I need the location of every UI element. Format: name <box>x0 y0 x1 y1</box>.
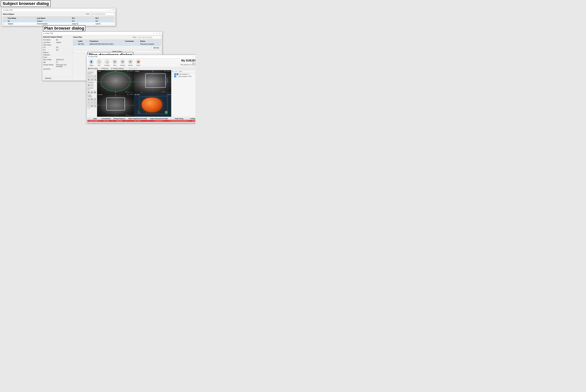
table-row[interactable]: 1 My Plan ANNULAR-R64-D64-E8 (k-Plan) Pl… <box>73 43 161 46</box>
subject-tool-button[interactable]: 👤 Subject <box>88 58 95 67</box>
refresh-tool-button[interactable]: 🖥 Refresh <box>119 58 126 67</box>
coronal-expand-icon[interactable]: ⊞ <box>131 94 132 95</box>
sagittal-zoom-icon[interactable]: ⊕ <box>164 70 165 72</box>
coronal-close-icon[interactable]: ✕ <box>133 94 134 95</box>
minimize-button[interactable]: ─ <box>106 9 108 11</box>
table-row[interactable]: 1 My Subject ID1 ID2 <box>3 20 114 22</box>
telephone-value <box>56 54 71 56</box>
layer-num-2: 2 <box>172 76 174 77</box>
results-tool-button[interactable]: 🖥 Results <box>127 58 134 67</box>
trans-tool-2[interactable]: ↔ <box>90 75 93 78</box>
disp-tool-2[interactable]: ⚙ <box>90 98 93 101</box>
email-value <box>56 56 71 58</box>
plan-maximize-button[interactable]: □ <box>156 32 158 34</box>
dev-maximize-button[interactable]: □ <box>194 56 195 58</box>
coronal-pencil-icon[interactable]: ✏ <box>129 94 130 95</box>
sagittal-expand-icon[interactable]: ⊞ <box>169 70 170 72</box>
other-name-value <box>56 44 71 46</box>
last-name-cell: Demonstration <box>36 22 71 25</box>
maximize-button[interactable]: □ <box>109 9 111 11</box>
plan-minimize-button[interactable]: ─ <box>153 32 155 34</box>
trans-tool-3[interactable]: ↗ <box>94 75 96 78</box>
layer-1-2d-checkbox[interactable]: On <box>174 73 176 75</box>
gender-label: Gender Identity <box>43 64 55 68</box>
son-pulse-cell: 3x Pulse Timing Parameters <box>169 120 189 122</box>
layer-2-2d-checkbox[interactable]: On <box>174 76 176 77</box>
planning-button[interactable]: ✏ Planning <box>100 68 109 70</box>
subject-browser-dialog: ● k-Plan TPM ─ □ ✕ Select Subject Filter… <box>2 8 116 26</box>
export-tool-button[interactable]: 📤 Export <box>135 58 142 67</box>
subject-details-title: Selected Subject Details <box>43 36 71 38</box>
evaluate-tool-label: Evaluate <box>104 64 110 66</box>
axial-settings-icon[interactable]: ▼ <box>130 70 131 72</box>
plan-col-comments: Comments <box>124 40 139 43</box>
sagittal-label-a: A <box>141 92 142 93</box>
table-row[interactable]: 2 Subject Demonstration study-01 sub-01 <box>3 22 114 25</box>
trans-tool-5[interactable]: ↺ <box>90 78 93 81</box>
axial-close-icon[interactable]: ✕ <box>133 70 134 72</box>
disp-tool-3[interactable]: ⊙ <box>94 98 96 101</box>
3d-settings-icon[interactable]: ⊞ <box>169 94 170 95</box>
disp-tool-1[interactable]: ✛ <box>87 98 90 101</box>
telephone-label: Telephone <box>43 54 55 56</box>
planning-icon: ✏ <box>101 68 102 70</box>
layer-1-3d-checkbox[interactable]: On <box>176 73 178 75</box>
3d-viewport[interactable]: 3D View ⊕ ⊞ ✕ <box>134 94 171 117</box>
close-button[interactable]: ✕ <box>112 9 114 11</box>
plan-tool-button[interactable]: 📋 Plan <box>95 58 103 67</box>
axial-zoom-icon[interactable]: ⊕ <box>127 70 128 72</box>
plan-close-button[interactable]: ✕ <box>159 32 161 34</box>
sagittal-settings-icon[interactable]: ▼ <box>167 70 168 72</box>
subject-table-header: First Name Last Name ID 1 ID 2 <box>3 17 114 20</box>
3d-close-icon[interactable]: ✕ <box>170 94 171 95</box>
disp-tool-8[interactable]: ⊕ <box>90 104 93 108</box>
disp-tool-7[interactable]: ⟋ <box>87 104 90 108</box>
evaluate-tool-icon: 📊 <box>105 59 109 64</box>
plan-filter-input[interactable] <box>137 36 161 38</box>
plan-developer-dialog: ● k-Plan TPM ─ □ ✕ 👤 Subject 📋 Plan 📊 Ev… <box>87 55 195 123</box>
trans-tool-1[interactable]: ↕ <box>87 75 90 78</box>
sagittal-pencil-icon[interactable]: ✏ <box>166 70 167 72</box>
sonication-table-area: Label Focal Distance Driving Frequency T… <box>87 117 195 123</box>
trans-tool-6[interactable]: ⟲ <box>94 78 96 81</box>
sim-tool-3[interactable]: ⊠ <box>94 91 96 94</box>
coronal-zoom-icon[interactable]: ⊕ <box>127 94 128 95</box>
disp-tool-5[interactable]: ~ <box>90 101 93 104</box>
abort-tool-button[interactable]: 🖥 Abort <box>111 58 119 67</box>
son-tool-1[interactable]: ⚙ <box>87 84 90 87</box>
dev-app-logo-icon: ● <box>88 56 89 58</box>
disp-tool-4[interactable]: / <box>87 101 90 104</box>
dev-main-toolbar: 👤 Subject 📋 Plan 📊 Evaluate 🖥 Abort 🖥 Re… <box>87 58 195 67</box>
son-freq-cell: 250.0 kHz <box>112 120 127 122</box>
row-num: 1 <box>3 20 7 22</box>
3d-zoom-icon[interactable]: ⊕ <box>167 94 168 95</box>
plan-add-new-button[interactable]: Add New <box>151 46 161 49</box>
evaluate-tool-button[interactable]: 📊 Evaluate <box>103 58 111 67</box>
axial-expand-icon[interactable]: ⊞ <box>131 70 132 72</box>
transducer-tools-row-2: ⊕ ↺ ⟲ <box>87 78 96 81</box>
view-report-button[interactable]: 📄 View Report <box>126 68 138 70</box>
sagittal-close-icon[interactable]: ✕ <box>170 70 171 72</box>
sim-tool-2[interactable]: ⊟ <box>90 91 93 94</box>
change-settings-button[interactable]: ⚙ Change Settings <box>110 68 125 70</box>
coronal-settings-icon[interactable]: ▼ <box>130 94 131 95</box>
add-images-button[interactable]: 🖼 Add Images <box>88 68 99 70</box>
plan-col-label: Label <box>77 40 88 43</box>
layers-col-2d: 2D <box>172 71 175 72</box>
sim-tool-1[interactable]: ⊞ <box>87 91 90 94</box>
disp-tool-9[interactable]: ⊙ <box>94 104 96 108</box>
subject-add-new-button[interactable]: Add New <box>43 77 53 80</box>
plan-filter-label: Filter: <box>133 36 137 38</box>
subject-filter-input[interactable] <box>90 13 114 15</box>
layer-2-3d-checkbox[interactable] <box>176 76 178 77</box>
coronal-viewport[interactable]: Coronal ⊕ ✏ ▼ ⊞ ✕ S R L mm32.5 65 97.5 1… <box>97 94 134 117</box>
sagittal-viewport[interactable]: Sagittal ⊕ ✏ ▼ ⊞ ✕ S A P mm32.5 65 97.5 … <box>134 70 171 94</box>
dev-minimize-button[interactable]: ─ <box>191 56 193 58</box>
disp-tool-6[interactable]: ≈ <box>94 101 96 104</box>
axial-label-r: R <box>98 81 99 82</box>
son-tool-2[interactable]: 🔧 <box>91 84 94 87</box>
trans-tool-4[interactable]: ⊕ <box>87 78 90 81</box>
axial-viewport[interactable]: Axial ⊕ ✏ ▼ ⊞ ✕ A R L P mm32.5 65 97.5 1… <box>97 70 134 94</box>
table-row[interactable]: 1 My Sonication 50.0 mm 250.0 kHz 547.7 … <box>87 120 196 122</box>
axial-pencil-icon[interactable]: ✏ <box>129 70 130 72</box>
